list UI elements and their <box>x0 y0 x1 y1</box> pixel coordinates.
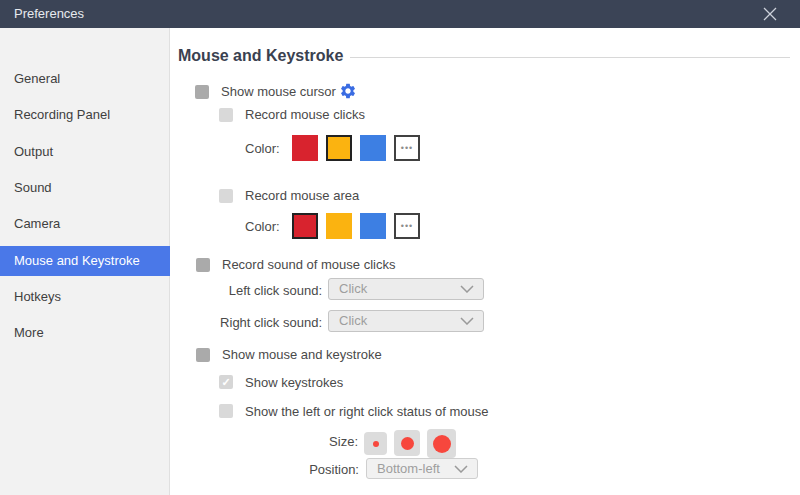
record-mouse-clicks-checkbox[interactable] <box>219 108 233 122</box>
area-color-blue-swatch[interactable] <box>360 213 386 239</box>
right-click-sound-label: Right click sound: <box>180 315 322 330</box>
show-click-status-label: Show the left or right click status of m… <box>245 404 489 419</box>
sidebar-item-recording-panel[interactable]: Recording Panel <box>0 100 170 130</box>
show-keystrokes-checkbox[interactable]: ✓ <box>219 375 233 389</box>
page-title: Mouse and Keystroke <box>178 47 343 65</box>
sidebar-item-mouse-and-keystroke[interactable]: Mouse and Keystroke <box>0 246 170 276</box>
size-large-button[interactable] <box>427 429 456 458</box>
mouse-cursor-settings-button[interactable] <box>339 82 357 100</box>
heading-divider <box>350 57 790 58</box>
close-button[interactable] <box>752 0 788 28</box>
record-sound-checkbox[interactable] <box>196 258 210 272</box>
chevron-down-icon <box>460 285 474 293</box>
record-mouse-clicks-label: Record mouse clicks <box>245 107 365 122</box>
area-color-orange-swatch[interactable] <box>326 213 352 239</box>
position-label: Position: <box>260 462 359 477</box>
show-mouse-cursor-checkbox[interactable] <box>195 85 209 99</box>
right-click-sound-value: Click <box>339 311 367 331</box>
close-icon <box>763 7 777 21</box>
chevron-down-icon <box>454 465 468 473</box>
show-keystrokes-label: Show keystrokes <box>245 375 343 390</box>
show-mouse-keystroke-checkbox[interactable] <box>196 348 210 362</box>
click-color-more-button[interactable]: ••• <box>394 135 420 161</box>
chevron-down-icon <box>460 317 474 325</box>
left-click-sound-value: Click <box>339 279 367 299</box>
large-dot-icon <box>433 435 451 453</box>
sidebar-item-output[interactable]: Output <box>0 137 170 167</box>
left-click-sound-label: Left click sound: <box>180 283 322 298</box>
show-mouse-cursor-label: Show mouse cursor <box>221 84 336 99</box>
click-color-blue-swatch[interactable] <box>360 135 386 161</box>
small-dot-icon <box>373 441 379 447</box>
show-mouse-keystroke-label: Show mouse and keystroke <box>222 347 382 362</box>
color-label-clicks: Color: <box>245 141 280 156</box>
sidebar-item-general[interactable]: General <box>0 64 170 94</box>
sidebar-item-more[interactable]: More <box>0 318 170 348</box>
color-label-area: Color: <box>245 219 280 234</box>
record-mouse-area-checkbox[interactable] <box>219 189 233 203</box>
area-color-more-button[interactable]: ••• <box>394 213 420 239</box>
click-color-orange-swatch[interactable] <box>326 135 352 161</box>
record-mouse-area-label: Record mouse area <box>245 188 359 203</box>
left-click-sound-select[interactable]: Click <box>328 278 484 300</box>
size-label: Size: <box>280 434 358 449</box>
show-click-status-checkbox[interactable] <box>219 404 233 418</box>
sidebar-item-sound[interactable]: Sound <box>0 173 170 203</box>
titlebar: Preferences <box>0 0 800 28</box>
window-title: Preferences <box>14 0 84 28</box>
record-sound-label: Record sound of mouse clicks <box>222 257 395 272</box>
position-value: Bottom-left <box>377 459 440 479</box>
area-color-red-swatch[interactable] <box>292 213 318 239</box>
sidebar-item-hotkeys[interactable]: Hotkeys <box>0 282 170 312</box>
preferences-window: Preferences General Recording Panel Outp… <box>0 0 800 495</box>
gear-icon <box>339 82 357 100</box>
click-color-red-swatch[interactable] <box>292 135 318 161</box>
position-select[interactable]: Bottom-left <box>366 458 478 479</box>
size-medium-button[interactable] <box>394 430 420 456</box>
right-click-sound-select[interactable]: Click <box>328 310 484 332</box>
sidebar-item-camera[interactable]: Camera <box>0 209 170 239</box>
sidebar: General Recording Panel Output Sound Cam… <box>0 28 170 495</box>
size-small-button[interactable] <box>364 432 387 455</box>
medium-dot-icon <box>401 437 414 450</box>
